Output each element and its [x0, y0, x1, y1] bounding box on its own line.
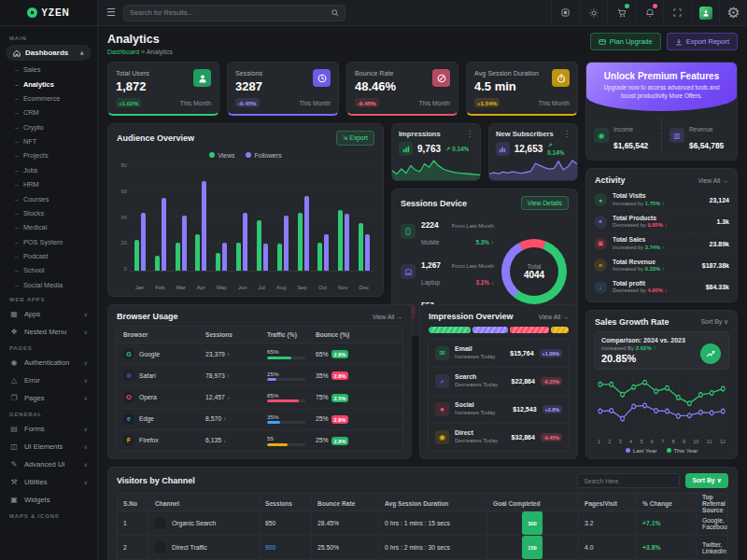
breadcrumb-current: Analytics — [147, 49, 173, 55]
sidebar-item-widgets[interactable]: ▣Widgets — [0, 491, 97, 509]
column-header[interactable]: Browser — [123, 331, 205, 338]
browser-row-google[interactable]: GGoogle 23,379 ↑ 65% 65%2.8% — [117, 343, 402, 365]
sidebar-item-dashboards[interactable]: Dashboards ∧ — [6, 45, 92, 61]
sidebar-item-ui-elements[interactable]: ◫UI Elements∨ — [0, 438, 97, 455]
column-header[interactable]: S.No — [118, 494, 149, 513]
activity-item-total-sales: ▣ Total SalesIncreased by 3.74% ↑ 23.89k — [594, 233, 729, 255]
premium-banner[interactable]: Unlock Premium Features Upgrade now to a… — [586, 63, 737, 111]
sidebar-item-nft[interactable]: –NFT — [0, 134, 97, 148]
sidebar-item-utilities[interactable]: ⚒Utilities∨ — [0, 473, 97, 491]
sidebar-item-podcast[interactable]: –Podcast — [0, 249, 97, 263]
browser-row-edge[interactable]: eEdge 8,570 ↑ 35% 25%2.8% — [117, 409, 402, 430]
kebab-menu-icon[interactable]: ⋮ — [466, 130, 473, 138]
sidebar-item-nested-menu[interactable]: ❖Nested Menu∨ — [0, 323, 97, 341]
legend-item[interactable]: Last Year — [626, 447, 657, 454]
sidebar-item-error[interactable]: △Error∨ — [0, 371, 97, 389]
sidebar-item-forms[interactable]: ▤Forms∨ — [0, 420, 97, 438]
activity-icon: ▣ — [594, 237, 607, 250]
brand-logo[interactable]: YZEN — [0, 0, 98, 25]
bar-group-feb — [155, 162, 166, 271]
sidebar-section-web-apps: WEB APPS — [0, 292, 97, 305]
sidebar-item-projects[interactable]: –Projects — [0, 148, 97, 162]
column-header[interactable]: Bounce (%) — [316, 331, 396, 338]
impression-item-direct: ◉ DirectDecreases Today $32,864 -0.45% — [429, 424, 569, 451]
firefox-icon: F — [123, 435, 134, 446]
column-header[interactable]: Sessions — [260, 494, 312, 513]
breadcrumb-home[interactable]: Dashboard — [107, 49, 139, 55]
sidebar-item-sales[interactable]: –Sales — [0, 63, 97, 77]
legend-item[interactable]: This Year — [667, 447, 698, 454]
authentication-icon: ◉ — [9, 358, 19, 367]
sidebar-section-main: MAIN — [0, 31, 97, 44]
audience-y-axis: 806040200 — [117, 162, 130, 281]
view-all-link[interactable]: View All → — [373, 314, 402, 320]
audience-x-axis: JanFebMarAprMayJunJulAugSepOctNovDec — [108, 285, 383, 296]
sidebar-item-crm[interactable]: –CRM — [0, 105, 97, 119]
legend-item[interactable]: Views — [209, 152, 234, 159]
browser-row-firefox[interactable]: FFirefox 6,135 ↓ 55 25%2.8% — [117, 430, 402, 451]
sales-growth-line-chart — [594, 372, 729, 439]
plan-upgrade-button[interactable]: Plan Upgrade — [590, 33, 661, 50]
browser-row-safari[interactable]: ◎Safari 78,973 ↑ 25% 35%2.8% — [117, 365, 402, 386]
export-button[interactable]: ⇲ Export — [336, 131, 374, 146]
browser-row-opera[interactable]: OOpera 12,457 ↓ 85% 75%2.5% — [117, 386, 402, 408]
column-header[interactable]: Bounce Rate — [312, 494, 379, 513]
sidebar-item-courses[interactable]: –Courses — [0, 191, 97, 205]
subscribers-sparkline — [489, 156, 577, 180]
sidebar-item-pos-system[interactable]: –POS System — [0, 235, 97, 249]
global-search[interactable] — [123, 5, 345, 21]
sidebar-item-school[interactable]: –School — [0, 263, 97, 277]
sidebar-item-authentication[interactable]: ◉Authentication∨ — [0, 354, 97, 371]
menu-toggle-icon[interactable]: ☰ — [106, 7, 116, 19]
visitors-row-1[interactable]: 1 Organic Search 850 28.45% 0 hrs : 1 mi… — [118, 511, 727, 536]
visitors-sort-button[interactable]: Sort By ∨ — [685, 473, 728, 488]
audience-legend: ViewsFollowers — [108, 152, 383, 159]
bar-group-jun — [236, 162, 247, 271]
impression-item-email: ✉ EmailIncreases Today $15,764 +1.06% — [429, 340, 569, 368]
column-header[interactable]: Sessions — [205, 331, 267, 338]
activity-list: ● Total VisitsIncreased by 1.75% ↑ 23,12… — [586, 189, 737, 301]
sidebar-item-pages[interactable]: ❐Pages∨ — [0, 389, 97, 407]
theme-sun-icon[interactable] — [579, 0, 607, 26]
sidebar-item-apps[interactable]: ▦Apps∨ — [0, 305, 97, 323]
column-header[interactable]: Traffic (%) — [267, 331, 316, 338]
error-icon: △ — [9, 376, 19, 385]
column-header[interactable]: Top Referral Source — [697, 494, 728, 513]
widgets-icon: ▣ — [9, 496, 19, 504]
column-header[interactable]: % Change — [637, 494, 697, 513]
sort-by-dropdown[interactable]: Sort By ∨ — [701, 318, 728, 326]
sidebar-item-hrm[interactable]: –HRM — [0, 177, 97, 191]
stats-row: Total Users 1,872 +1.02%This Month Sessi… — [107, 62, 578, 116]
sidebar-item-ecommerce[interactable]: –Ecommerce — [0, 91, 97, 105]
sidebar-item-crypto[interactable]: –Crypto — [0, 120, 97, 134]
view-all-link[interactable]: View All → — [698, 177, 728, 184]
sidebar-item-jobs[interactable]: –Jobs — [0, 163, 97, 177]
sidebar-item-stocks[interactable]: –Stocks — [0, 206, 97, 220]
export-report-button[interactable]: Export Report — [667, 33, 738, 50]
column-header[interactable]: Avg Session Duration — [379, 494, 487, 513]
change-badge: +1.54% — [474, 98, 500, 107]
sidebar-item-social-media[interactable]: –Social Media — [0, 278, 97, 292]
avatar[interactable] — [691, 0, 719, 26]
bell-icon[interactable] — [635, 0, 663, 26]
visitors-search-input[interactable] — [577, 473, 680, 488]
view-all-link[interactable]: View All → — [539, 314, 569, 320]
flag-icon[interactable] — [551, 0, 579, 26]
settings-gear-icon[interactable]: ⚙ — [719, 0, 747, 26]
sidebar-item-medical[interactable]: –Medical — [0, 220, 97, 234]
sidebar-item-analytics[interactable]: –Analytics — [0, 77, 97, 91]
visitors-row-2[interactable]: 2 Direct Traffic 900 25.50% 0 hrs : 2 mi… — [118, 536, 727, 560]
download-icon — [675, 38, 683, 46]
legend-item[interactable]: Followers — [246, 152, 281, 159]
column-header[interactable]: Channel — [149, 494, 260, 513]
column-header[interactable]: Pages/Visit — [579, 494, 637, 513]
fullscreen-icon[interactable] — [663, 0, 691, 26]
kebab-menu-icon[interactable]: ⋮ — [563, 130, 571, 138]
column-header[interactable]: Goal Completed — [487, 494, 579, 513]
sidebar-item-advanced-ui[interactable]: ✎Advanced UI∨ — [0, 455, 97, 473]
search-input[interactable] — [130, 8, 327, 17]
cart-icon[interactable] — [607, 0, 635, 26]
view-details-button[interactable]: View Details — [521, 196, 569, 210]
user-icon — [193, 69, 211, 87]
bar-group-sep — [298, 162, 309, 271]
